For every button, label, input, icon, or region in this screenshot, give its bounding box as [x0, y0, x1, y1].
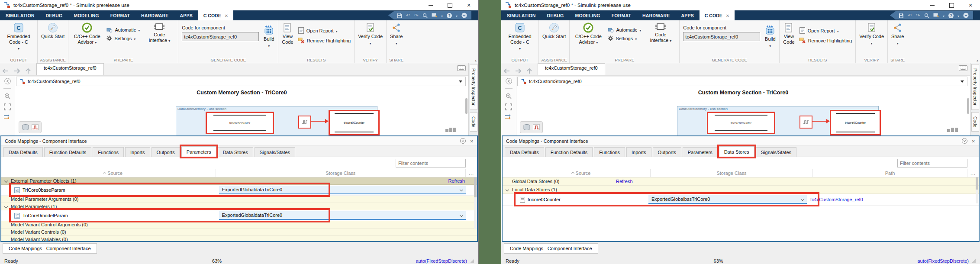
- minimize-button[interactable]: [421, 0, 440, 10]
- tab-functions[interactable]: Functions: [594, 147, 625, 157]
- zoom-icon[interactable]: [4, 93, 11, 100]
- solver-link[interactable]: auto(FixedStepDiscrete): [917, 258, 969, 264]
- breadcrumb-dropdown-icon[interactable]: [961, 80, 964, 83]
- keyboard-icon[interactable]: [959, 65, 967, 71]
- tab-code[interactable]: Code: [470, 112, 477, 132]
- resize-grip[interactable]: [972, 259, 976, 263]
- signal-routing-icon[interactable]: [505, 114, 513, 119]
- tab-modeling[interactable]: MODELING: [68, 10, 104, 20]
- tab-data-defaults[interactable]: Data Defaults: [505, 147, 544, 157]
- redo-icon[interactable]: ↷: [916, 13, 920, 19]
- data-store-memory-block[interactable]: tricore0Counter: [707, 112, 775, 134]
- panel-close-icon[interactable]: [470, 138, 474, 144]
- table-scrollbar[interactable]: [474, 177, 477, 229]
- tab-signals-states[interactable]: Signals/States: [255, 147, 295, 157]
- column-path[interactable]: Path: [813, 169, 967, 177]
- group-external-parameter-objects[interactable]: External Parameter Objects (1) Refresh: [1, 177, 477, 185]
- breadcrumb[interactable]: tc4xCustomStorage_ref0: [16, 77, 466, 86]
- tab-format[interactable]: FORMAT: [606, 10, 637, 20]
- group-model-variant-control-arguments[interactable]: Model Variant Control Arguments (0): [1, 221, 477, 229]
- step-signal-icon[interactable]: [32, 124, 39, 130]
- signal-builder-block[interactable]: [799, 116, 812, 129]
- tab-function-defaults[interactable]: Function Defaults: [44, 147, 92, 157]
- open-report-button[interactable]: Open Report: [298, 27, 351, 34]
- tab-debug[interactable]: DEBUG: [40, 10, 68, 20]
- settings-button[interactable]: Settings: [106, 35, 140, 41]
- tab-simulation[interactable]: SIMULATION: [501, 10, 542, 20]
- group-model-variant-controls[interactable]: Model Variant Controls (0): [1, 229, 477, 236]
- data-store-write-block[interactable]: tricore0Counter: [329, 110, 380, 135]
- tab-outports[interactable]: Outports: [152, 147, 180, 157]
- tab-c-code[interactable]: C CODE: [198, 10, 233, 20]
- tab-parameters[interactable]: Parameters: [683, 147, 718, 157]
- tab-debug[interactable]: DEBUG: [542, 10, 570, 20]
- filter-contents-input[interactable]: [396, 159, 466, 167]
- undo-icon[interactable]: ↶: [908, 13, 912, 19]
- minimize-button[interactable]: [923, 0, 942, 10]
- tab-data-defaults[interactable]: Data Defaults: [3, 147, 43, 157]
- maximize-button[interactable]: [440, 0, 459, 10]
- export-caret-icon[interactable]: [441, 13, 443, 18]
- resize-grip[interactable]: [471, 259, 474, 263]
- data-store-write-block[interactable]: tricore0Counter: [830, 110, 881, 135]
- open-report-button[interactable]: Open Report: [799, 27, 852, 34]
- fit-to-view-icon[interactable]: [4, 103, 11, 110]
- hide-explorer-icon[interactable]: [4, 78, 11, 84]
- maximize-button[interactable]: [942, 0, 961, 10]
- save-icon[interactable]: [899, 13, 904, 18]
- path-link[interactable]: tc4xCustomStorage_ref0: [810, 197, 979, 202]
- remove-highlighting-button[interactable]: Remove Highlighting: [298, 37, 351, 44]
- panel-minimize-icon[interactable]: [962, 138, 967, 144]
- tab-apps[interactable]: APPS: [675, 10, 699, 20]
- expander-icon[interactable]: [4, 205, 8, 208]
- help-icon[interactable]: [948, 13, 954, 18]
- group-global-data-stores[interactable]: Global Data Stores (0) Refresh: [503, 177, 979, 186]
- code-advisor-button[interactable]: C/C++ Code Advisor: [72, 23, 102, 45]
- canvas-scrollbar[interactable]: [465, 98, 467, 114]
- build-button[interactable]: Build: [764, 23, 776, 48]
- panel-minimize-icon[interactable]: [460, 138, 466, 144]
- close-button[interactable]: [459, 0, 478, 10]
- canvas-overview-icon[interactable]: [445, 128, 456, 132]
- toolstrip-collapse-icon[interactable]: [963, 13, 969, 18]
- tab-code[interactable]: Code: [971, 112, 979, 132]
- redo-icon[interactable]: ↷: [414, 13, 419, 19]
- forward-icon[interactable]: [513, 67, 524, 75]
- database-icon[interactable]: [523, 124, 531, 131]
- tab-inports[interactable]: Inports: [626, 147, 651, 157]
- settings-button[interactable]: Settings: [608, 35, 641, 41]
- embedded-code-button[interactable]: C Embedded Code - C: [3, 23, 34, 51]
- tab-data-stores[interactable]: Data Stores: [218, 147, 253, 157]
- close-tab-icon[interactable]: [726, 13, 729, 18]
- row-tricore0counter[interactable]: tricore0Counter ExportedGlobalbssTriCore…: [503, 194, 979, 206]
- model-canvas[interactable]: Custom Memory Section - TriCore0 DataSto…: [15, 87, 468, 135]
- undo-icon[interactable]: ↶: [406, 13, 410, 19]
- tab-hardware[interactable]: HARDWARE: [637, 10, 675, 20]
- memory-section-region[interactable]: DataStoreMemory - Bss section tricore0Co…: [677, 106, 879, 135]
- solver-link[interactable]: auto(FixedStepDiscrete): [416, 258, 467, 264]
- save-icon[interactable]: [397, 13, 402, 18]
- tab-property-inspector[interactable]: Property Inspector: [470, 64, 477, 110]
- filter-contents-input[interactable]: [897, 159, 967, 167]
- toolstrip-collapse-icon[interactable]: [461, 13, 467, 18]
- document-tab[interactable]: tc4xCustomStorage_ref0: [538, 63, 605, 75]
- code-interface-button[interactable]: Code Interface: [144, 23, 174, 43]
- breadcrumb-dropdown-icon[interactable]: [459, 80, 462, 83]
- code-mappings-bottom-tab[interactable]: Code Mappings - Component Interface: [3, 243, 97, 254]
- canvas-overview-icon[interactable]: [947, 128, 958, 132]
- code-for-component-input[interactable]: [683, 32, 760, 41]
- up-icon[interactable]: [524, 67, 535, 75]
- toolstrip-minimize-icon[interactable]: [475, 58, 477, 62]
- data-store-memory-block[interactable]: tricore0Counter: [206, 112, 274, 134]
- tab-simulation[interactable]: SIMULATION: [0, 10, 40, 20]
- remove-highlighting-button[interactable]: Remove Highlighting: [799, 37, 852, 44]
- code-advisor-button[interactable]: C/C++ Code Advisor: [573, 23, 603, 45]
- toolstrip-minimize-icon[interactable]: [977, 58, 978, 62]
- hide-explorer-icon[interactable]: [506, 78, 512, 84]
- tab-format[interactable]: FORMAT: [105, 10, 135, 20]
- tab-outports[interactable]: Outports: [653, 147, 681, 157]
- expander-icon[interactable]: [506, 188, 509, 191]
- code-for-component-input[interactable]: [182, 32, 259, 41]
- storage-class-dropdown[interactable]: ExportedGlobalbssTriCore0: [648, 195, 807, 204]
- canvas-scrollbar[interactable]: [967, 98, 969, 114]
